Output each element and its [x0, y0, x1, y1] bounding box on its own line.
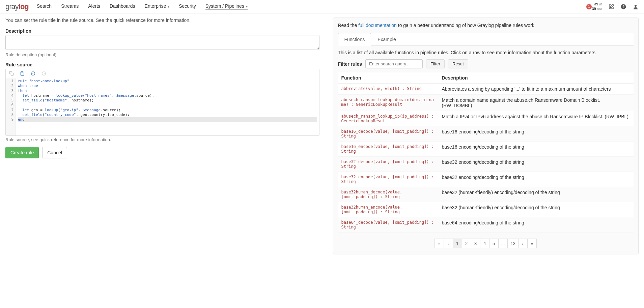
editor-body[interactable]: 123456789 rule "host-name-lookup"when tr…	[6, 78, 319, 135]
page-3[interactable]: 3	[471, 239, 480, 248]
function-description: base16 encoding/decoding of the string	[439, 142, 634, 157]
svg-rect-3	[11, 73, 13, 75]
chevron-down-icon: ▾	[245, 5, 248, 8]
reference-panel: Read the full documentation to gain a be…	[333, 18, 639, 254]
page-next[interactable]: ›	[518, 239, 528, 248]
page-prev: ‹	[444, 239, 453, 248]
svg-text:?: ?	[622, 4, 624, 8]
full-documentation-link[interactable]: full documentation	[358, 23, 397, 28]
function-row[interactable]: base32_encode(value, [omit_padding]) : S…	[338, 172, 634, 187]
page-13[interactable]: 13	[507, 239, 518, 248]
notification-badge[interactable]: 1	[586, 4, 592, 9]
function-signature: base32human_decode(value, [omit_padding]…	[338, 187, 439, 202]
functions-table: Function Description abbreviate(value, w…	[338, 72, 634, 233]
function-description: base32 encoding/decoding of the string	[439, 157, 634, 172]
code-editor: 123456789 rule "host-name-lookup"when tr…	[5, 69, 319, 136]
function-row[interactable]: abusech_ransom_lookup_ip(ip_address) : G…	[338, 111, 634, 126]
page-2[interactable]: 2	[462, 239, 471, 248]
chevron-down-icon: ▾	[167, 5, 169, 8]
function-row[interactable]: base64_decode(value, [omit_padding]) : S…	[338, 217, 634, 233]
rule-source-helper: Rule source, see quick reference for mor…	[5, 137, 319, 142]
filter-input[interactable]	[365, 59, 423, 68]
page-last[interactable]: »	[527, 239, 537, 248]
function-signature: base32_encode(value, [omit_padding]) : S…	[338, 172, 439, 187]
page-1[interactable]: 1	[453, 239, 462, 248]
function-row[interactable]: base32_decode(value, [omit_padding]) : S…	[338, 157, 634, 172]
rule-form-column: You can set the rule title in the rule s…	[5, 18, 322, 254]
function-description: Abbreviates a string by appending '...' …	[439, 84, 634, 95]
svg-rect-4	[22, 71, 23, 72]
edit-icon[interactable]	[608, 4, 614, 10]
description-input[interactable]	[5, 35, 319, 50]
nav-item-system-pipelines[interactable]: System / Pipelines ▾	[205, 3, 248, 10]
page-4[interactable]: 4	[480, 239, 489, 248]
function-signature: abbreviate(value, width) : String	[338, 84, 439, 95]
nav-item-security[interactable]: Security	[179, 3, 196, 10]
function-signature: base16_decode(value, [omit_padding]) : S…	[338, 126, 439, 142]
cancel-button[interactable]: Cancel	[42, 147, 67, 158]
function-row[interactable]: base32human_decode(value, [omit_padding]…	[338, 187, 634, 202]
function-description: Match a domain name against the abuse.ch…	[439, 95, 634, 111]
filter-button[interactable]: Filter	[426, 59, 445, 68]
title-hint: You can set the rule title in the rule s…	[5, 18, 319, 23]
reference-column: Read the full documentation to gain a be…	[333, 18, 639, 254]
line-gutter: 123456789	[6, 78, 16, 135]
nav-item-streams[interactable]: Streams	[61, 3, 79, 10]
redo-icon[interactable]	[41, 71, 46, 76]
help-icon[interactable]: ?	[620, 4, 626, 10]
function-signature: base16_encode(value, [omit_padding]) : S…	[338, 142, 439, 157]
reference-tabs: Functions Example	[338, 33, 634, 46]
code-area[interactable]: rule "host-name-lookup"when truethen let…	[16, 78, 319, 135]
create-rule-button[interactable]: Create rule	[5, 147, 39, 158]
filter-row: Filter rules Filter Reset	[338, 59, 634, 68]
col-description: Description	[439, 72, 634, 84]
main-content: You can set the rule title in the rule s…	[0, 13, 644, 258]
nav-item-search[interactable]: Search	[37, 3, 52, 10]
logo[interactable]: graylog	[5, 2, 29, 11]
function-signature: base32human_encode(value, [omit_padding]…	[338, 202, 439, 217]
function-signature: base32_decode(value, [omit_padding]) : S…	[338, 157, 439, 172]
copy-icon[interactable]	[9, 71, 14, 76]
function-row[interactable]: base32human_encode(value, [omit_padding]…	[338, 202, 634, 217]
function-description: base64 encoding/decoding of the string	[439, 217, 634, 233]
rule-source-label: Rule source	[5, 62, 319, 67]
function-description: base32 encoding/decoding of the string	[439, 172, 634, 187]
page-5[interactable]: 5	[489, 239, 499, 248]
nav-items: SearchStreamsAlertsDashboardsEnterprise …	[37, 3, 584, 10]
nav-item-enterprise[interactable]: Enterprise ▾	[145, 3, 170, 10]
user-icon[interactable]	[633, 4, 639, 10]
function-row[interactable]: base16_decode(value, [omit_padding]) : S…	[338, 126, 634, 142]
function-description: Match a IPv4 or IPv6 address against the…	[439, 111, 634, 126]
page-...: ...	[498, 239, 508, 248]
page-first: «	[435, 239, 444, 248]
function-row[interactable]: abusech_ransom_lookup_domain(domain_name…	[338, 95, 634, 111]
nav-right: 39 in 39 out ?	[592, 2, 639, 11]
doc-line: Read the full documentation to gain a be…	[338, 23, 634, 28]
editor-toolbar	[6, 69, 319, 78]
reset-button[interactable]: Reset	[448, 59, 468, 68]
col-function: Function	[338, 72, 439, 84]
navbar: graylog SearchStreamsAlertsDashboardsEnt…	[0, 0, 644, 13]
function-row[interactable]: base16_encode(value, [omit_padding]) : S…	[338, 142, 634, 157]
pagination: «‹12345...13›»	[338, 239, 634, 248]
tab-example[interactable]: Example	[371, 33, 402, 46]
function-signature: abusech_ransom_lookup_ip(ip_address) : G…	[338, 111, 439, 126]
throughput-counter: 39 in 39 out	[592, 2, 602, 11]
nav-item-dashboards[interactable]: Dashboards	[110, 3, 135, 10]
tab-functions[interactable]: Functions	[338, 33, 371, 46]
description-helper: Rule description (optional).	[5, 52, 319, 57]
function-description: base32 (human-friendly) encoding/decodin…	[439, 187, 634, 202]
functions-intro: This is a list of all available function…	[338, 50, 634, 55]
filter-label: Filter rules	[338, 61, 362, 67]
form-buttons: Create rule Cancel	[5, 147, 319, 158]
function-signature: base64_decode(value, [omit_padding]) : S…	[338, 217, 439, 233]
function-row[interactable]: abbreviate(value, width) : StringAbbrevi…	[338, 84, 634, 95]
nav-item-alerts[interactable]: Alerts	[88, 3, 100, 10]
description-label: Description	[5, 28, 319, 34]
svg-point-2	[635, 5, 637, 7]
paste-icon[interactable]	[20, 71, 25, 76]
function-description: base32 (human-friendly) encoding/decodin…	[439, 202, 634, 217]
function-description: base16 encoding/decoding of the string	[439, 126, 634, 142]
function-signature: abusech_ransom_lookup_domain(domain_name…	[338, 95, 439, 111]
undo-icon[interactable]	[31, 71, 35, 76]
